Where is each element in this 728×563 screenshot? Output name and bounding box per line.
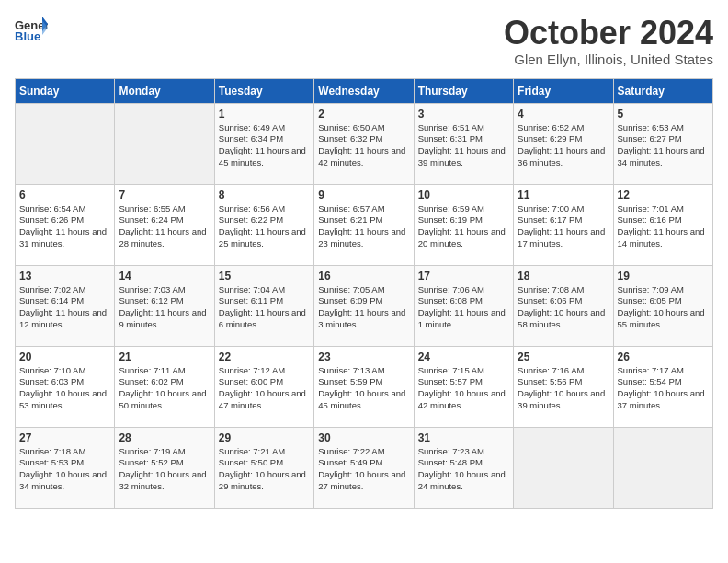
day-number: 18 <box>518 270 609 282</box>
calendar-cell: 18Sunrise: 7:08 AMSunset: 6:06 PMDayligh… <box>514 265 613 346</box>
calendar-cell: 25Sunrise: 7:16 AMSunset: 5:56 PMDayligh… <box>514 346 613 427</box>
logo: General Blue <box>15 15 48 48</box>
day-info: Sunrise: 7:05 AMSunset: 6:09 PMDaylight:… <box>318 284 409 331</box>
day-info: Sunrise: 7:10 AMSunset: 6:03 PMDaylight:… <box>19 365 110 412</box>
calendar-cell: 24Sunrise: 7:15 AMSunset: 5:57 PMDayligh… <box>414 346 513 427</box>
calendar-week-2: 6Sunrise: 6:54 AMSunset: 6:26 PMDaylight… <box>16 184 713 265</box>
page-header: General Blue October 2024 Glen Ellyn, Il… <box>15 15 713 67</box>
calendar-cell: 11Sunrise: 7:00 AMSunset: 6:17 PMDayligh… <box>514 184 613 265</box>
calendar-cell: 26Sunrise: 7:17 AMSunset: 5:54 PMDayligh… <box>613 346 712 427</box>
column-header-friday: Friday <box>514 78 613 103</box>
logo-mark: General Blue <box>15 15 48 48</box>
day-info: Sunrise: 7:13 AMSunset: 5:59 PMDaylight:… <box>318 365 409 412</box>
day-info: Sunrise: 6:55 AMSunset: 6:24 PMDaylight:… <box>119 203 210 250</box>
column-header-tuesday: Tuesday <box>214 78 313 103</box>
svg-text:Blue: Blue <box>15 29 40 43</box>
day-info: Sunrise: 7:22 AMSunset: 5:49 PMDaylight:… <box>318 446 409 493</box>
day-number: 26 <box>618 350 709 363</box>
calendar-cell: 1Sunrise: 6:49 AMSunset: 6:34 PMDaylight… <box>214 103 313 184</box>
calendar-cell: 30Sunrise: 7:22 AMSunset: 5:49 PMDayligh… <box>314 427 414 508</box>
calendar-cell <box>613 427 712 508</box>
calendar-week-4: 20Sunrise: 7:10 AMSunset: 6:03 PMDayligh… <box>16 346 713 427</box>
day-number: 7 <box>119 189 210 201</box>
day-info: Sunrise: 6:50 AMSunset: 6:32 PMDaylight:… <box>318 122 409 169</box>
calendar-cell: 6Sunrise: 6:54 AMSunset: 6:26 PMDaylight… <box>16 184 115 265</box>
column-header-thursday: Thursday <box>414 78 513 103</box>
day-number: 1 <box>219 108 310 121</box>
day-info: Sunrise: 6:59 AMSunset: 6:19 PMDaylight:… <box>418 203 509 250</box>
day-info: Sunrise: 7:06 AMSunset: 6:08 PMDaylight:… <box>418 284 509 331</box>
calendar-cell <box>16 103 115 184</box>
day-info: Sunrise: 7:09 AMSunset: 6:05 PMDaylight:… <box>618 284 709 331</box>
calendar-cell: 21Sunrise: 7:11 AMSunset: 6:02 PMDayligh… <box>115 346 214 427</box>
day-number: 6 <box>19 189 110 201</box>
day-number: 14 <box>119 270 210 282</box>
day-info: Sunrise: 6:57 AMSunset: 6:21 PMDaylight:… <box>318 203 409 250</box>
day-info: Sunrise: 7:17 AMSunset: 5:54 PMDaylight:… <box>618 365 709 412</box>
day-info: Sunrise: 6:56 AMSunset: 6:22 PMDaylight:… <box>219 203 310 250</box>
calendar-cell: 23Sunrise: 7:13 AMSunset: 5:59 PMDayligh… <box>314 346 414 427</box>
calendar-cell: 22Sunrise: 7:12 AMSunset: 6:00 PMDayligh… <box>214 346 313 427</box>
calendar-week-3: 13Sunrise: 7:02 AMSunset: 6:14 PMDayligh… <box>16 265 713 346</box>
day-info: Sunrise: 7:19 AMSunset: 5:52 PMDaylight:… <box>119 446 210 493</box>
calendar-cell: 15Sunrise: 7:04 AMSunset: 6:11 PMDayligh… <box>214 265 313 346</box>
day-info: Sunrise: 6:53 AMSunset: 6:27 PMDaylight:… <box>618 122 709 169</box>
day-number: 30 <box>318 431 409 444</box>
calendar-week-5: 27Sunrise: 7:18 AMSunset: 5:53 PMDayligh… <box>16 427 713 508</box>
day-info: Sunrise: 7:23 AMSunset: 5:48 PMDaylight:… <box>418 446 509 493</box>
calendar-cell <box>514 427 613 508</box>
day-number: 8 <box>219 189 310 201</box>
day-info: Sunrise: 6:51 AMSunset: 6:31 PMDaylight:… <box>418 122 509 169</box>
day-info: Sunrise: 6:49 AMSunset: 6:34 PMDaylight:… <box>219 122 310 169</box>
calendar-cell: 28Sunrise: 7:19 AMSunset: 5:52 PMDayligh… <box>115 427 214 508</box>
day-number: 10 <box>418 189 509 201</box>
calendar-cell: 17Sunrise: 7:06 AMSunset: 6:08 PMDayligh… <box>414 265 513 346</box>
day-number: 5 <box>618 108 709 121</box>
day-info: Sunrise: 7:00 AMSunset: 6:17 PMDaylight:… <box>518 203 609 250</box>
day-number: 12 <box>618 189 709 201</box>
calendar-cell: 3Sunrise: 6:51 AMSunset: 6:31 PMDaylight… <box>414 103 513 184</box>
day-info: Sunrise: 7:03 AMSunset: 6:12 PMDaylight:… <box>119 284 210 331</box>
day-number: 27 <box>19 431 110 444</box>
day-number: 23 <box>318 350 409 363</box>
calendar-cell <box>115 103 214 184</box>
day-number: 4 <box>518 108 609 121</box>
calendar-cell: 10Sunrise: 6:59 AMSunset: 6:19 PMDayligh… <box>414 184 513 265</box>
calendar-cell: 5Sunrise: 6:53 AMSunset: 6:27 PMDaylight… <box>613 103 712 184</box>
day-number: 22 <box>219 350 310 363</box>
day-info: Sunrise: 7:02 AMSunset: 6:14 PMDaylight:… <box>19 284 110 331</box>
calendar-cell: 4Sunrise: 6:52 AMSunset: 6:29 PMDaylight… <box>514 103 613 184</box>
day-number: 19 <box>618 270 709 282</box>
calendar-cell: 31Sunrise: 7:23 AMSunset: 5:48 PMDayligh… <box>414 427 513 508</box>
day-number: 11 <box>518 189 609 201</box>
column-header-monday: Monday <box>115 78 214 103</box>
column-header-saturday: Saturday <box>613 78 712 103</box>
day-number: 31 <box>418 431 509 444</box>
calendar-cell: 12Sunrise: 7:01 AMSunset: 6:16 PMDayligh… <box>613 184 712 265</box>
calendar-cell: 19Sunrise: 7:09 AMSunset: 6:05 PMDayligh… <box>613 265 712 346</box>
calendar-cell: 16Sunrise: 7:05 AMSunset: 6:09 PMDayligh… <box>314 265 414 346</box>
calendar-week-1: 1Sunrise: 6:49 AMSunset: 6:34 PMDaylight… <box>16 103 713 184</box>
day-number: 2 <box>318 108 409 121</box>
calendar-cell: 14Sunrise: 7:03 AMSunset: 6:12 PMDayligh… <box>115 265 214 346</box>
day-number: 13 <box>19 270 110 282</box>
column-header-sunday: Sunday <box>16 78 115 103</box>
day-info: Sunrise: 7:21 AMSunset: 5:50 PMDaylight:… <box>219 446 310 493</box>
day-info: Sunrise: 7:16 AMSunset: 5:56 PMDaylight:… <box>518 365 609 412</box>
day-info: Sunrise: 7:15 AMSunset: 5:57 PMDaylight:… <box>418 365 509 412</box>
calendar-cell: 27Sunrise: 7:18 AMSunset: 5:53 PMDayligh… <box>16 427 115 508</box>
day-number: 28 <box>119 431 210 444</box>
location-title: Glen Ellyn, Illinois, United States <box>504 52 713 67</box>
day-number: 21 <box>119 350 210 363</box>
calendar-cell: 2Sunrise: 6:50 AMSunset: 6:32 PMDaylight… <box>314 103 414 184</box>
calendar-cell: 9Sunrise: 6:57 AMSunset: 6:21 PMDaylight… <box>314 184 414 265</box>
day-number: 3 <box>418 108 509 121</box>
calendar-table: SundayMondayTuesdayWednesdayThursdayFrid… <box>15 78 713 509</box>
day-number: 25 <box>518 350 609 363</box>
day-info: Sunrise: 7:18 AMSunset: 5:53 PMDaylight:… <box>19 446 110 493</box>
day-number: 16 <box>318 270 409 282</box>
day-info: Sunrise: 6:52 AMSunset: 6:29 PMDaylight:… <box>518 122 609 169</box>
day-number: 20 <box>19 350 110 363</box>
calendar-cell: 8Sunrise: 6:56 AMSunset: 6:22 PMDaylight… <box>214 184 313 265</box>
day-number: 29 <box>219 431 310 444</box>
